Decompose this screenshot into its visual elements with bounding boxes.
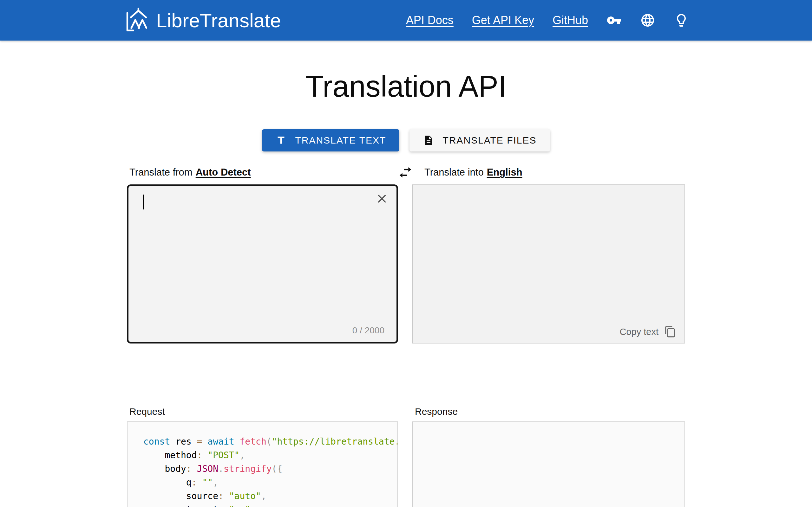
globe-icon xyxy=(640,13,655,28)
char-counter: 0 / 2000 xyxy=(352,326,385,336)
brand[interactable]: LibreTranslate xyxy=(123,7,281,34)
response-section: Response xyxy=(412,406,685,507)
source-text-area[interactable]: 0 / 2000 xyxy=(127,184,398,343)
language-button[interactable] xyxy=(640,13,655,28)
mode-tabs: TRANSLATE TEXT TRANSLATE FILES xyxy=(127,129,685,152)
brand-name: LibreTranslate xyxy=(156,9,281,32)
response-label: Response xyxy=(412,406,685,417)
nav-link-api-docs[interactable]: API Docs xyxy=(406,14,454,27)
page-title: Translation API xyxy=(127,72,685,101)
copy-text-button[interactable]: Copy text xyxy=(620,326,676,338)
copy-icon xyxy=(664,326,676,338)
app-header: LibreTranslate API Docs Get API Key GitH… xyxy=(0,0,812,41)
nav-link-github[interactable]: GitHub xyxy=(553,14,588,27)
translator-panels: 0 / 2000 Copy text xyxy=(127,184,685,343)
language-selector-row: Translate fromAuto Detect Translate into… xyxy=(127,166,685,179)
clear-text-button[interactable] xyxy=(376,193,388,205)
translation-output-area: Copy text xyxy=(412,184,685,343)
text-cursor xyxy=(143,194,144,210)
request-code: const res = await fetch("https://libretr… xyxy=(143,435,397,507)
api-example-sections: Request const res = await fetch("https:/… xyxy=(127,406,685,507)
tab-translate-text-label: TRANSLATE TEXT xyxy=(295,135,386,146)
copy-text-label: Copy text xyxy=(620,327,659,337)
translate-into-label: Translate into xyxy=(424,167,484,178)
request-label: Request xyxy=(127,406,398,417)
request-code-block: const res = await fetch("https://libretr… xyxy=(127,421,398,507)
tab-translate-text[interactable]: TRANSLATE TEXT xyxy=(262,129,399,152)
document-icon xyxy=(423,135,434,146)
tab-translate-files[interactable]: TRANSLATE FILES xyxy=(409,129,550,152)
lightbulb-icon xyxy=(674,13,689,28)
swap-arrows-icon xyxy=(399,166,412,179)
text-icon xyxy=(275,135,287,146)
response-block xyxy=(412,421,685,507)
source-language-selector[interactable]: Auto Detect xyxy=(196,167,251,178)
main-content: Translation API TRANSLATE TEXT TRANSLATE… xyxy=(127,72,685,507)
target-language-selector[interactable]: English xyxy=(487,167,522,178)
libretranslate-logo-icon xyxy=(123,7,150,34)
swap-languages-button[interactable] xyxy=(399,166,412,179)
api-key-button[interactable] xyxy=(606,13,622,28)
nav-link-get-api-key[interactable]: Get API Key xyxy=(472,14,534,27)
request-section: Request const res = await fetch("https:/… xyxy=(127,406,398,507)
key-icon xyxy=(606,13,622,28)
header-nav: API Docs Get API Key GitHub xyxy=(406,13,689,28)
tab-translate-files-label: TRANSLATE FILES xyxy=(443,135,537,146)
translate-from-label: Translate from xyxy=(130,167,193,178)
close-icon xyxy=(376,193,388,205)
suggestions-button[interactable] xyxy=(674,13,689,28)
